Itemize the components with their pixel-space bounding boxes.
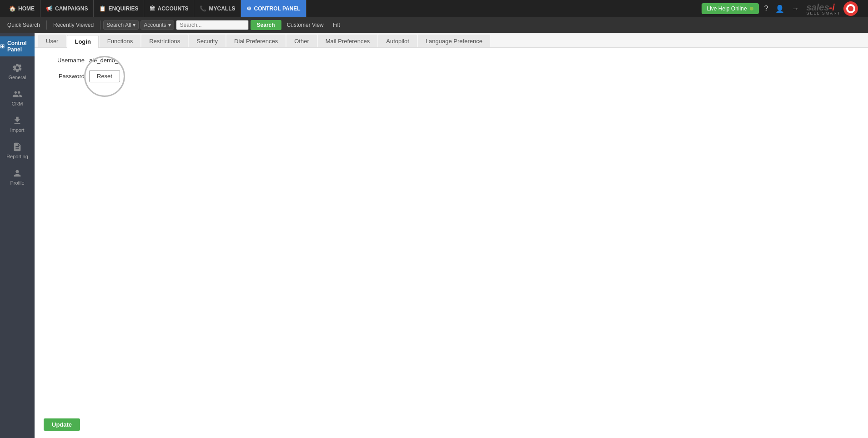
nav-campaigns-label: CAMPAIGNS <box>55 5 88 12</box>
sidebar-profile-label: Profile <box>10 180 24 186</box>
nav-campaigns[interactable]: 📢 CAMPAIGNS <box>40 0 94 17</box>
tab-security[interactable]: Security <box>189 35 226 47</box>
username-value: ale_demo_ <box>89 57 118 64</box>
help-button[interactable]: ? <box>763 3 770 15</box>
search-all-dropdown[interactable]: Search All ▾ <box>103 20 139 30</box>
quick-search-button[interactable]: Quick Search <box>4 20 44 30</box>
nav-enquiries[interactable]: 📋 ENQUIRIES <box>94 0 144 17</box>
sidebar-general-label: General <box>8 75 26 80</box>
tab-login[interactable]: Login <box>67 35 98 48</box>
tab-dial-preferences[interactable]: Dial Preferences <box>226 35 286 47</box>
sidebar-item-crm[interactable]: CRM <box>0 85 35 111</box>
nav-enquiries-label: ENQUIRIES <box>108 5 138 12</box>
divider-1 <box>46 20 47 30</box>
sidebar-header: ⊞ Control Panel <box>0 36 35 56</box>
recently-viewed-button[interactable]: Recently Viewed <box>50 20 97 30</box>
grid-icon: ⊞ <box>0 43 5 50</box>
sidebar-reporting-label: Reporting <box>6 154 28 159</box>
reporting-icon <box>12 142 22 152</box>
nav-accounts[interactable]: 🏛 ACCOUNTS <box>144 0 194 17</box>
update-button[interactable]: Update <box>44 418 80 431</box>
gear-icon <box>12 63 22 73</box>
login-form: Username ale_demo_ Password Reset <box>35 48 868 98</box>
nav-accounts-label: ACCOUNTS <box>157 5 188 12</box>
sidebar-title: Control Panel <box>7 40 35 53</box>
tabs-row: User Login Functions Restrictions Securi… <box>35 33 868 48</box>
mycalls-icon: 📞 <box>200 5 206 12</box>
password-row: Password Reset <box>44 70 859 82</box>
profile-icon <box>12 168 22 178</box>
chevron-down-icon: ▾ <box>133 22 135 28</box>
enquiries-icon: 📋 <box>99 5 106 12</box>
online-indicator <box>750 7 753 10</box>
search-button[interactable]: Search <box>251 20 281 30</box>
svg-point-2 <box>848 6 853 11</box>
nav-home[interactable]: 🏠 HOME <box>4 0 40 17</box>
import-icon <box>12 116 22 126</box>
tab-user[interactable]: User <box>38 35 66 47</box>
live-help-button[interactable]: Live Help Online <box>702 3 759 14</box>
logo-text: sales-i SELL SMART <box>806 2 841 15</box>
update-area: Update <box>35 411 89 438</box>
username-label: Username <box>44 57 85 64</box>
customer-view-button[interactable]: Customer View <box>283 20 327 30</box>
sidebar-item-import[interactable]: Import <box>0 111 35 137</box>
divider-2 <box>100 20 100 30</box>
tab-autopilot[interactable]: Autopilot <box>378 35 417 47</box>
accounts-label: Accounts <box>144 22 166 28</box>
nav-mycalls-label: MYCALLS <box>209 5 235 12</box>
main-content: User Login Functions Restrictions Securi… <box>35 33 868 438</box>
campaigns-icon: 📢 <box>46 5 53 12</box>
help-icon: ? <box>764 5 768 12</box>
search-all-label: Search All <box>106 22 131 28</box>
password-label: Password <box>44 73 85 80</box>
tab-language-preference[interactable]: Language Preference <box>418 35 490 47</box>
accounts-chevron-icon: ▾ <box>168 22 171 28</box>
sidebar-crm-label: CRM <box>11 101 23 106</box>
logo-icon <box>843 0 859 17</box>
nav-home-label: HOME <box>18 5 35 12</box>
tab-functions[interactable]: Functions <box>100 35 140 47</box>
accounts-icon: 🏛 <box>150 5 155 12</box>
accounts-dropdown[interactable]: Accounts ▾ <box>140 20 174 30</box>
logo-sell-smart: SELL SMART <box>806 11 841 15</box>
user-button[interactable]: 👤 <box>773 3 786 15</box>
username-row: Username ale_demo_ <box>44 57 859 64</box>
nav-right: Live Help Online ? 👤 → <box>702 3 801 15</box>
nav-control-panel-label: CONTROL PANEL <box>254 5 300 12</box>
sidebar-item-reporting[interactable]: Reporting <box>0 137 35 164</box>
tab-restrictions[interactable]: Restrictions <box>141 35 188 47</box>
home-icon: 🏠 <box>9 5 16 12</box>
nav-control-panel[interactable]: ⚙ CONTROL PANEL <box>241 0 306 17</box>
user-icon: 👤 <box>775 5 784 13</box>
logout-button[interactable]: → <box>790 3 801 15</box>
reset-button[interactable]: Reset <box>89 70 120 82</box>
search-input[interactable] <box>176 20 249 30</box>
sidebar-item-general[interactable]: General <box>0 58 35 85</box>
sidebar-import-label: Import <box>10 127 24 133</box>
search-bar: Quick Search Recently Viewed Search All … <box>0 17 868 33</box>
circle-highlight: Reset <box>89 70 120 82</box>
logo: sales-i SELL SMART <box>801 0 864 17</box>
tab-mail-preferences[interactable]: Mail Preferences <box>318 35 378 47</box>
nav-mycalls[interactable]: 📞 MYCALLS <box>194 0 241 17</box>
top-nav: 🏠 HOME 📢 CAMPAIGNS 📋 ENQUIRIES 🏛 ACCOUNT… <box>0 0 868 17</box>
live-help-label: Live Help Online <box>707 5 747 12</box>
crm-icon <box>12 89 22 99</box>
logout-icon: → <box>792 5 799 12</box>
filt-label: Filt <box>333 22 340 28</box>
control-panel-icon: ⚙ <box>246 5 251 12</box>
tab-other[interactable]: Other <box>286 35 317 47</box>
sidebar: ⊞ Control Panel General CRM Import <box>0 33 35 438</box>
sidebar-item-profile[interactable]: Profile <box>0 164 35 190</box>
content-wrapper: ⊞ Control Panel General CRM Import <box>0 33 868 438</box>
